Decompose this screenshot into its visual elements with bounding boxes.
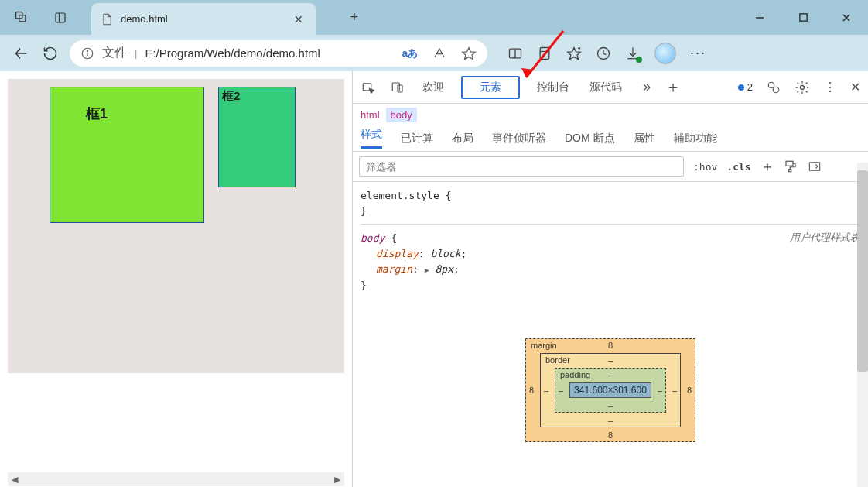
window-close-button[interactable] bbox=[825, 0, 868, 35]
info-icon[interactable] bbox=[80, 46, 94, 60]
url-scheme-label: 文件 bbox=[102, 45, 127, 61]
url-separator: | bbox=[135, 47, 137, 59]
box-model-margin[interactable]: margin 8 8 8 8 border – – – – padding – … bbox=[525, 338, 695, 442]
devtools-settings-icon2[interactable] bbox=[767, 81, 781, 94]
document-icon bbox=[101, 13, 113, 26]
svg-rect-5 bbox=[799, 14, 806, 21]
favorite-star-icon[interactable] bbox=[461, 46, 477, 61]
window-titlebar: demo.html ✕ + bbox=[0, 0, 868, 35]
split-screen-icon[interactable] bbox=[507, 46, 523, 61]
svg-point-11 bbox=[87, 50, 87, 51]
browser-tab[interactable]: demo.html ✕ bbox=[91, 3, 316, 35]
devtools-tab-console[interactable]: 控制台 bbox=[534, 74, 572, 101]
devtools-menu-icon[interactable]: ⋮ bbox=[824, 80, 836, 94]
scrollbar-thumb[interactable] bbox=[857, 170, 868, 372]
page-viewport: 框1 框2 ◀ ▶ bbox=[0, 71, 352, 487]
page-body: 框1 框2 bbox=[8, 79, 344, 373]
read-aloud-icon[interactable] bbox=[432, 46, 447, 60]
window-maximize-button[interactable] bbox=[781, 0, 825, 35]
profile-avatar[interactable] bbox=[654, 43, 676, 64]
refresh-button[interactable] bbox=[40, 43, 60, 63]
styles-subtab-row: 样式 已计算 布局 事件侦听器 DOM 断点 属性 辅助功能 bbox=[353, 125, 868, 152]
subtab-accessibility[interactable]: 辅助功能 bbox=[674, 132, 717, 146]
svg-rect-27 bbox=[392, 83, 399, 91]
issues-count: 2 bbox=[747, 81, 753, 93]
more-menu-button[interactable]: ··· bbox=[690, 45, 706, 61]
svg-rect-2 bbox=[56, 13, 65, 22]
tab-actions-icon[interactable] bbox=[53, 10, 68, 26]
rule-body-ua[interactable]: 用户代理样式表 body { display: block; margin: ▶… bbox=[361, 224, 860, 293]
devtools-tab-welcome[interactable]: 欢迎 bbox=[419, 74, 447, 101]
scroll-track[interactable] bbox=[22, 472, 330, 486]
issues-dot-icon bbox=[738, 84, 744, 91]
workspaces-icon[interactable] bbox=[14, 10, 29, 26]
demo-box-2: 框2 bbox=[218, 87, 296, 187]
box-model-diagram: margin 8 8 8 8 border – – – – padding – … bbox=[353, 300, 868, 487]
svg-marker-18 bbox=[568, 47, 581, 59]
cls-toggle[interactable]: .cls bbox=[726, 161, 750, 173]
styles-rules-pane: element.style { } 用户代理样式表 body { display… bbox=[353, 182, 868, 300]
history-icon[interactable] bbox=[596, 46, 611, 61]
box-model-content[interactable]: 341.600×301.600 bbox=[569, 382, 651, 398]
add-tab-icon[interactable]: ＋ bbox=[665, 77, 681, 98]
svg-point-30 bbox=[773, 87, 779, 93]
devtools-close-icon[interactable]: ✕ bbox=[850, 80, 860, 94]
tab-title: demo.html bbox=[121, 13, 283, 25]
svg-rect-33 bbox=[788, 170, 791, 172]
more-tabs-icon[interactable] bbox=[639, 81, 651, 94]
devtools-settings-icon[interactable] bbox=[795, 80, 810, 95]
svg-marker-13 bbox=[463, 47, 476, 59]
svg-point-31 bbox=[801, 85, 805, 89]
new-style-rule-icon[interactable]: ＋ bbox=[760, 157, 774, 176]
issues-badge[interactable]: 2 bbox=[738, 81, 753, 93]
styles-filter-row: :hov .cls ＋ bbox=[353, 152, 868, 182]
subtab-listeners[interactable]: 事件侦听器 bbox=[492, 132, 546, 146]
elements-breadcrumb: html body bbox=[353, 104, 868, 125]
devtools-panel: 欢迎 元素 控制台 源代码 ＋ 2 ⋮ ✕ ht bbox=[352, 71, 868, 487]
devtools-tab-row: 欢迎 元素 控制台 源代码 ＋ 2 ⋮ ✕ bbox=[353, 71, 868, 104]
browser-toolbar: 文件 | E:/Program/Web/demo/demo.html aあ ··… bbox=[0, 35, 868, 71]
device-toggle-icon[interactable] bbox=[390, 81, 405, 94]
paint-icon[interactable] bbox=[784, 159, 798, 173]
url-path: E:/Program/Web/demo/demo.html bbox=[145, 46, 320, 60]
breadcrumb-html[interactable]: html bbox=[361, 109, 380, 121]
window-minimize-button[interactable] bbox=[738, 0, 781, 35]
rule-element-style[interactable]: element.style { bbox=[361, 188, 860, 204]
translate-icon[interactable]: aあ bbox=[402, 46, 418, 60]
styles-filter-input[interactable] bbox=[359, 156, 684, 177]
devtools-tab-elements-highlight: 元素 bbox=[461, 76, 520, 99]
subtab-dom-breakpoints[interactable]: DOM 断点 bbox=[565, 132, 615, 146]
address-bar[interactable]: 文件 | E:/Program/Web/demo/demo.html aあ bbox=[70, 40, 487, 67]
inspect-element-icon[interactable] bbox=[361, 81, 376, 94]
breadcrumb-body[interactable]: body bbox=[386, 108, 417, 122]
box-model-border[interactable]: border – – – – padding – – – – 341.600×3… bbox=[540, 353, 681, 427]
box1-label: 框1 bbox=[86, 105, 108, 123]
scroll-right-icon[interactable]: ▶ bbox=[330, 475, 344, 485]
hov-toggle[interactable]: :hov bbox=[693, 161, 717, 173]
subtab-styles[interactable]: 样式 bbox=[361, 128, 382, 149]
tab-close-icon[interactable]: ✕ bbox=[291, 13, 306, 26]
box-model-padding[interactable]: padding – – – – 341.600×301.600 bbox=[555, 368, 666, 413]
demo-box-1: 框1 bbox=[50, 87, 204, 223]
horizontal-scrollbar[interactable]: ◀ ▶ bbox=[8, 472, 344, 486]
devtools-tab-sources[interactable]: 源代码 bbox=[586, 74, 625, 101]
svg-rect-16 bbox=[540, 47, 549, 59]
devtools-vertical-scrollbar[interactable] bbox=[857, 163, 868, 487]
computed-toggle-icon[interactable] bbox=[807, 160, 822, 173]
devtools-tab-elements[interactable]: 元素 bbox=[477, 74, 504, 99]
favorites-icon[interactable] bbox=[566, 46, 582, 61]
svg-rect-32 bbox=[786, 161, 793, 166]
scroll-left-icon[interactable]: ◀ bbox=[8, 475, 22, 485]
subtab-computed[interactable]: 已计算 bbox=[401, 132, 433, 146]
new-tab-button[interactable]: + bbox=[339, 9, 370, 26]
subtab-properties[interactable]: 属性 bbox=[634, 132, 655, 146]
box2-label: 框2 bbox=[222, 89, 240, 104]
ua-stylesheet-label: 用户代理样式表 bbox=[790, 231, 860, 245]
sidebar-icon[interactable] bbox=[537, 46, 552, 61]
back-button[interactable] bbox=[11, 43, 31, 63]
subtab-layout[interactable]: 布局 bbox=[452, 132, 473, 146]
svg-point-29 bbox=[768, 82, 774, 88]
downloads-icon[interactable] bbox=[625, 46, 641, 61]
